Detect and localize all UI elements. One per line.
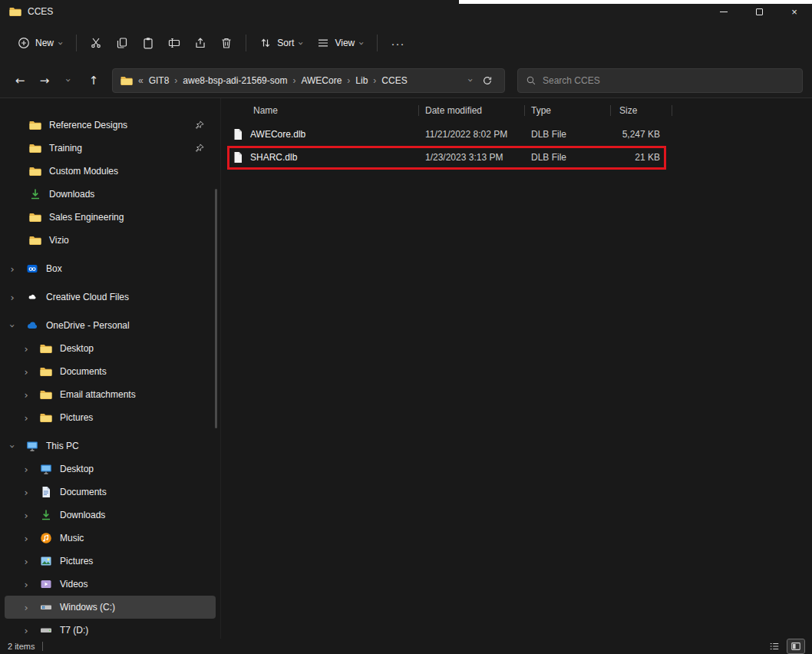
chevron-right-icon[interactable]: ›	[20, 487, 32, 497]
sidebar-item-windows-c[interactable]: › Windows (C:)	[5, 596, 216, 619]
sidebar-item-desktop-thispc[interactable]: › Desktop	[5, 457, 216, 481]
chevron-down-icon: ›	[357, 41, 367, 45]
refresh-button[interactable]	[478, 71, 497, 90]
sidebar-item-onedrive-personal[interactable]: › OneDrive - Personal	[5, 314, 216, 337]
share-button[interactable]	[187, 31, 213, 54]
copy-button[interactable]	[109, 31, 135, 54]
chevron-right-icon[interactable]: ›	[20, 464, 32, 474]
scissors-icon	[90, 37, 102, 49]
chevron-right-icon[interactable]: ›	[20, 626, 32, 636]
cut-button[interactable]	[83, 31, 109, 54]
sidebar-item-pictures-onedrive[interactable]: › Pictures	[5, 406, 216, 429]
sidebar-item-training[interactable]: Training	[5, 137, 216, 160]
chevron-right-icon[interactable]: ›	[20, 367, 32, 377]
chevron-down-icon[interactable]: ›	[8, 440, 18, 452]
chevron-right-icon[interactable]: ›	[20, 580, 32, 590]
chevron-down-icon: ›	[296, 41, 306, 45]
sort-button[interactable]: Sort ›	[253, 31, 310, 54]
column-header-size[interactable]: Size	[611, 98, 672, 123]
column-header-type[interactable]: Type	[525, 98, 611, 123]
chevron-right-icon[interactable]: ›	[20, 413, 32, 423]
folder-icon	[29, 119, 41, 131]
sidebar-item-label: Documents	[60, 487, 107, 497]
up-button[interactable]: ↑	[83, 69, 104, 92]
sidebar-item-box[interactable]: › Box	[5, 257, 216, 280]
breadcrumb-segment[interactable]: Lib	[355, 75, 368, 86]
chevron-right-icon[interactable]: ›	[20, 510, 32, 520]
sidebar-item-documents-onedrive[interactable]: › Documents	[5, 360, 216, 383]
file-row-awecore[interactable]: AWECore.dlb 11/21/2022 8:02 PM DLB File …	[221, 123, 812, 146]
folder-icon	[9, 5, 21, 18]
column-header-name[interactable]: Name	[229, 98, 419, 123]
folder-icon	[29, 234, 41, 246]
chevron-down-icon[interactable]: ›	[8, 319, 18, 332]
breadcrumb-segment[interactable]: AWECore	[301, 75, 342, 86]
chevron-right-icon[interactable]: ›	[20, 557, 32, 566]
sidebar-item-desktop-onedrive[interactable]: › Desktop	[5, 337, 216, 360]
paste-button[interactable]	[135, 31, 161, 54]
pin-icon	[194, 143, 205, 154]
sidebar-item-reference-designs[interactable]: Reference Designs	[5, 114, 216, 137]
sidebar-item-label: Box	[46, 263, 62, 274]
sidebar-scrollbar[interactable]	[215, 189, 217, 428]
chevron-right-icon[interactable]: ›	[20, 344, 32, 354]
forward-button[interactable]: →	[34, 69, 55, 92]
new-button[interactable]: New ›	[11, 31, 70, 54]
breadcrumb-segment[interactable]: CCES	[381, 75, 407, 86]
file-row-sharc[interactable]: SHARC.dlb 1/23/2023 3:13 PM DLB File 21 …	[221, 146, 812, 169]
details-view-button[interactable]	[766, 639, 783, 653]
sidebar-item-downloads-thispc[interactable]: › Downloads	[5, 504, 216, 527]
sidebar-item-sales-engineering[interactable]: Sales Engineering	[5, 206, 216, 229]
search-box[interactable]	[517, 68, 803, 93]
file-type: DLB File	[525, 129, 611, 140]
chevron-right-icon[interactable]: ›	[20, 390, 32, 400]
breadcrumb-separator: ›	[292, 75, 295, 86]
chevron-right-icon[interactable]: ›	[20, 603, 32, 613]
sidebar-item-documents-thispc[interactable]: › Documents	[5, 481, 216, 504]
folder-icon	[29, 142, 41, 154]
chevron-right-icon[interactable]: ›	[6, 292, 18, 302]
large-icons-view-button[interactable]	[787, 639, 804, 653]
box-icon	[26, 263, 38, 275]
column-label: Type	[531, 105, 551, 116]
breadcrumb-segment[interactable]: GIT8	[149, 75, 170, 86]
recent-locations-button[interactable]: ›	[58, 69, 80, 92]
search-input[interactable]	[543, 75, 794, 86]
sidebar-item-vizio[interactable]: Vizio	[5, 229, 216, 252]
clipboard-icon	[142, 37, 154, 49]
rename-button[interactable]	[161, 31, 187, 54]
navigation-bar: ← → › ↑ « GIT8 › awe8-bsp-adi-21569-som …	[0, 63, 812, 98]
file-name: AWECore.dlb	[250, 129, 305, 140]
document-icon	[40, 486, 52, 498]
sidebar-item-label: OneDrive - Personal	[46, 320, 130, 331]
items-count: 2 items	[8, 642, 35, 651]
delete-button[interactable]	[213, 31, 239, 54]
separator	[377, 35, 378, 51]
sidebar-item-downloads-quick[interactable]: Downloads	[5, 183, 216, 206]
collapsed-path-icon[interactable]: «	[138, 75, 144, 86]
address-bar[interactable]: « GIT8 › awe8-bsp-adi-21569-som › AWECor…	[112, 68, 505, 93]
column-header-date-modified[interactable]: Date modified	[419, 98, 525, 123]
sidebar-item-music[interactable]: › Music	[5, 527, 216, 550]
view-button[interactable]: View ›	[310, 31, 371, 54]
breadcrumb-separator: ›	[373, 75, 376, 86]
breadcrumb-separator: ›	[347, 75, 350, 86]
chevron-right-icon[interactable]: ›	[6, 264, 18, 274]
sidebar-item-pictures-thispc[interactable]: › Pictures	[5, 550, 216, 573]
chevron-right-icon[interactable]: ›	[20, 533, 32, 543]
sidebar-item-label: This PC	[46, 441, 79, 451]
see-more-button[interactable]: ···	[384, 31, 411, 55]
sidebar-item-creative-cloud-files[interactable]: › Creative Cloud Files	[5, 286, 216, 309]
sidebar-item-custom-modules[interactable]: Custom Modules	[5, 160, 216, 183]
folder-icon	[29, 165, 41, 177]
address-dropdown-icon[interactable]: ›	[466, 78, 476, 82]
sidebar-item-label: T7 (D:)	[60, 625, 88, 636]
breadcrumb-segment[interactable]: awe8-bsp-adi-21569-som	[183, 75, 287, 86]
sidebar-item-label: Creative Cloud Files	[46, 292, 129, 302]
status-bar: 2 items	[0, 639, 812, 654]
sidebar-item-videos[interactable]: › Videos	[5, 573, 216, 596]
sidebar-item-t7-d[interactable]: › T7 (D:)	[5, 619, 216, 639]
back-button[interactable]: ←	[9, 69, 31, 92]
sidebar-item-email-attachments[interactable]: › Email attachments	[5, 383, 216, 406]
sidebar-item-this-pc[interactable]: › This PC	[5, 434, 216, 457]
